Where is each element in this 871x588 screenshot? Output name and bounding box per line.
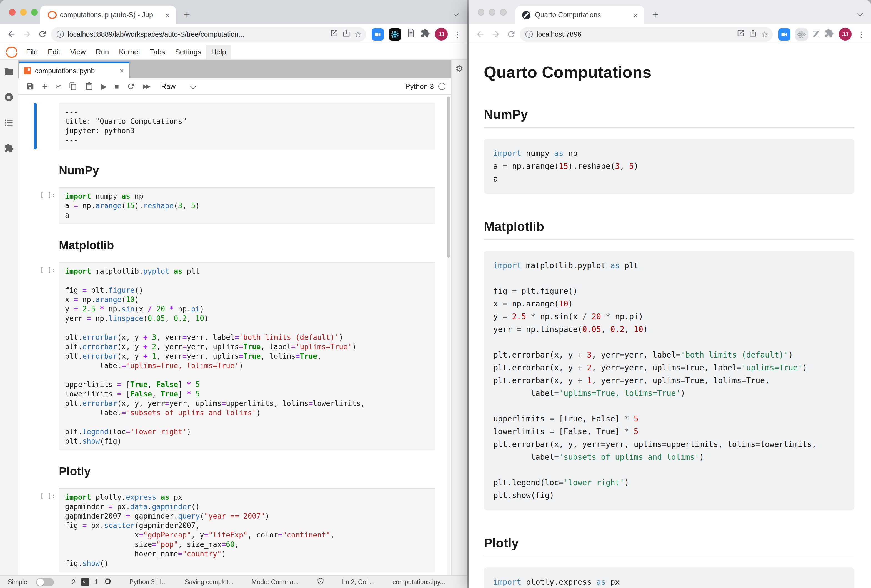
kernel-status-text[interactable]: Python 3 | I... [129,579,167,585]
video-extension-icon[interactable] [372,28,384,40]
browser-menu-icon[interactable]: ⋮ [858,30,865,39]
share-icon[interactable] [749,29,757,39]
video-extension-icon[interactable] [778,28,791,40]
tab-search-chevron-icon[interactable] [858,8,862,18]
cell-type-dropdown[interactable]: Raw [161,82,195,91]
reload-icon[interactable] [36,27,49,41]
simple-mode-toggle[interactable] [36,578,54,586]
new-tab-button[interactable]: + [652,9,658,21]
raw-cell[interactable]: --- title: "Quarto Computations" jupyter… [34,103,442,149]
notebook-tab[interactable]: computations.ipynb × [19,62,129,78]
react-devtools-icon[interactable] [389,28,401,40]
browser-tab[interactable]: computations.ip (auto-S) - Jup × [40,6,176,24]
cell-collapser[interactable] [34,187,37,224]
site-info-icon[interactable]: i [525,31,533,38]
code-cell-source[interactable]: import matplotlib.pyplot as plt fig = pl… [65,267,430,446]
zoom-window-button[interactable] [500,9,507,16]
menu-edit[interactable]: Edit [43,45,65,59]
jupyter-favicon [46,10,55,19]
markdown-heading-numpy[interactable]: NumPy [59,164,442,177]
restart-run-all-button[interactable]: ▶▶ [143,83,149,90]
run-cell-button[interactable]: ▶ [101,82,107,91]
code-block-numpy[interactable]: import numpy as np a = np.arange(15).res… [484,139,855,194]
cursor-position-text[interactable]: Ln 2, Col ... [342,579,375,585]
code-cell-numpy[interactable]: [ ]: import numpy as np a = np.arange(15… [34,187,442,224]
browser-tab-title: computations.ip (auto-S) - Jup [60,11,160,19]
markdown-heading-plotly[interactable]: Plotly [59,465,442,478]
tab-search-chevron-icon[interactable] [454,8,458,18]
code-cell-matplotlib[interactable]: [ ]: import matplotlib.pyplot as plt fig… [34,262,442,450]
raw-cell-source[interactable]: --- title: "Quarto Computations" jupyter… [65,107,430,145]
share-icon[interactable] [342,29,350,39]
window-controls[interactable] [9,9,38,16]
z-extension-icon[interactable]: Z [813,29,819,39]
code-cell-plotly[interactable]: [ ]: import plotly.express as px gapmind… [34,488,442,572]
forward-icon[interactable] [489,27,502,41]
table-of-contents-icon[interactable] [4,118,14,130]
address-bar[interactable]: i localhost:7896 ☆ [520,27,773,41]
running-sessions-icon[interactable] [4,92,14,104]
command-mode-text[interactable]: Mode: Comma... [251,579,299,585]
open-in-new-icon[interactable] [736,29,745,39]
menu-tabs[interactable]: Tabs [145,45,170,59]
jupyterlab-status-bar: Simple 2 $_ 1 Python 3 | I... Saving com… [0,575,467,588]
property-inspector-gear-icon[interactable]: ⚙ [455,64,464,575]
menu-run[interactable]: Run [91,45,114,59]
forward-icon[interactable] [20,27,33,41]
file-browser-icon[interactable] [4,67,14,79]
notebook-scrollbar[interactable] [447,96,450,575]
bookmark-star-icon[interactable]: ☆ [354,30,362,38]
minimize-window-button[interactable] [20,9,27,16]
extensions-puzzle-icon[interactable] [421,28,430,40]
close-window-button[interactable] [478,9,484,16]
code-block-plotly[interactable]: import plotly.express as px gapminder = … [484,567,855,588]
back-icon[interactable] [4,27,18,41]
kernel-indicator[interactable]: Python 3 [405,82,446,91]
interrupt-kernel-button[interactable]: ■ [115,82,119,91]
browser-tab[interactable]: Quarto Computations × [515,6,644,24]
profile-avatar[interactable]: JJ [435,28,448,40]
code-cell-source[interactable]: import plotly.express as px gapminder = … [65,492,430,568]
code-cell-source[interactable]: import numpy as np a = np.arange(15).res… [65,191,430,220]
new-tab-button[interactable]: + [184,9,190,21]
close-window-button[interactable] [9,9,16,16]
menu-file[interactable]: File [21,45,43,59]
notebook-tab-close-icon[interactable]: × [118,67,125,75]
copy-cells-button[interactable] [69,82,78,91]
menu-help[interactable]: Help [206,45,231,59]
bookmark-star-icon[interactable]: ☆ [761,30,769,38]
markdown-heading-matplotlib[interactable]: Matplotlib [59,239,442,252]
tab-close-icon[interactable]: × [632,11,639,19]
code-block-matplotlib[interactable]: import matplotlib.pyplot as plt fig = pl… [484,251,855,510]
cell-collapser[interactable] [34,262,37,450]
browser-menu-icon[interactable]: ⋮ [454,30,462,39]
extension-manager-icon[interactable] [4,143,14,155]
add-cell-button[interactable]: + [42,81,48,91]
page-title: Quarto Computations [484,63,855,82]
active-file-name: computations.ipy... [392,579,445,585]
cell-collapser[interactable] [34,488,37,572]
site-info-icon[interactable]: i [57,31,64,38]
extensions-puzzle-icon[interactable] [825,28,834,40]
back-icon[interactable] [473,27,486,41]
tab-close-icon[interactable]: × [164,11,171,19]
document-extension-icon[interactable] [406,28,416,40]
profile-avatar[interactable]: JJ [839,28,852,40]
menu-view[interactable]: View [65,45,91,59]
cell-collapser[interactable] [34,103,37,149]
menu-kernel[interactable]: Kernel [114,45,145,59]
paste-cells-button[interactable] [85,82,94,91]
cut-cells-button[interactable]: ✂ [55,82,61,91]
react-devtools-icon[interactable] [796,28,808,40]
menu-settings[interactable]: Settings [170,45,206,59]
window-controls[interactable] [478,9,507,16]
zoom-window-button[interactable] [31,9,38,16]
open-in-new-icon[interactable] [330,29,338,39]
address-bar[interactable]: i localhost:8889/lab/workspaces/auto-S/t… [51,27,366,41]
restart-kernel-button[interactable] [127,82,135,91]
save-button[interactable] [26,82,34,91]
browser-tab-strip: Quarto Computations × + [469,0,871,24]
reload-icon[interactable] [504,27,518,41]
minimize-window-button[interactable] [489,9,495,16]
terminal-count: 2 [72,579,75,585]
